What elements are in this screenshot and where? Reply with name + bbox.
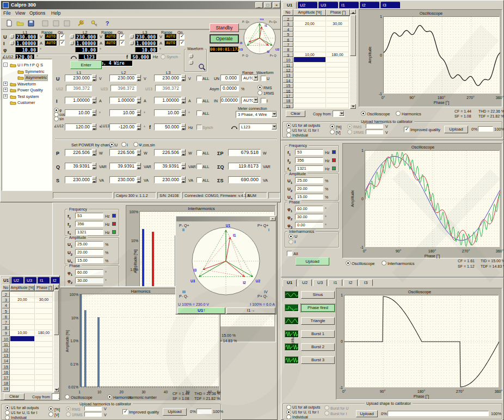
rms-mode-radio[interactable]	[66, 406, 71, 411]
cell-amplitude[interactable]	[294, 27, 326, 32]
cell-amplitude[interactable]	[10, 347, 35, 353]
form-phi-field-l1[interactable]: 10.00	[65, 109, 92, 116]
cell-amplitude[interactable]	[10, 319, 35, 325]
cell-amplitude[interactable]	[294, 72, 326, 77]
target-radio[interactable]	[288, 239, 293, 244]
shape-tab-u2[interactable]: U2	[298, 279, 312, 286]
quick-u-value[interactable]: 230.000	[135, 34, 158, 40]
dropdown-arrow[interactable]	[339, 111, 344, 116]
oscilloscope-radio-label[interactable]: Oscilloscope	[352, 261, 375, 267]
in-field[interactable]: 0.00000	[220, 97, 239, 103]
cell-amplitude[interactable]: 20,00	[10, 297, 35, 302]
spin-down-button[interactable]	[137, 152, 141, 156]
power-option-radio[interactable]	[109, 142, 114, 147]
upload-button[interactable]: Upload	[296, 257, 329, 265]
voltage-field[interactable]	[84, 412, 102, 417]
form-q-field-l3[interactable]: 39.9391	[154, 163, 181, 170]
cell-amplitude[interactable]	[10, 325, 35, 330]
cell-phase[interactable]: 30,00	[327, 21, 349, 26]
row-number[interactable]: 6	[283, 37, 293, 42]
freq-value-field[interactable]: 1321	[75, 229, 103, 235]
amp-value-field[interactable]: 25.00	[295, 177, 323, 183]
dropdown-arrow[interactable]	[272, 124, 276, 129]
form-p-field-l3[interactable]: 226.506	[154, 149, 181, 156]
cell-phase[interactable]	[327, 98, 349, 103]
scroll-down-button[interactable]	[350, 104, 356, 109]
spin-down-button[interactable]	[92, 166, 96, 169]
harmonics-radio-label[interactable]: Harmonics	[113, 395, 131, 400]
row-number[interactable]: 2	[283, 16, 293, 21]
cell-amplitude[interactable]: 10,00	[10, 330, 35, 336]
freq-value-field[interactable]: 53	[295, 149, 323, 155]
spin-down-button[interactable]	[92, 78, 96, 81]
all-checkbox[interactable]	[196, 76, 202, 81]
sum-q-field[interactable]: 119.8173	[228, 163, 261, 170]
row-number[interactable]: 2	[2, 292, 10, 297]
knob-icon[interactable]	[70, 41, 74, 45]
cell-phase[interactable]	[35, 369, 53, 375]
quick-phi-value[interactable]: 10.00	[135, 47, 158, 53]
cell-amplitude[interactable]	[10, 336, 35, 342]
shape-button-burst-1[interactable]: Burst 1	[301, 330, 335, 338]
knob-icon[interactable]	[10, 41, 14, 45]
amp-value-field[interactable]: 20.00	[295, 186, 323, 192]
show-i1-button[interactable]: I1→	[226, 307, 275, 314]
menu-item-file[interactable]: File	[3, 10, 11, 16]
harm-top-tab-i2[interactable]: I2	[360, 2, 379, 8]
harm-top-tab-u3[interactable]: U3	[318, 2, 338, 8]
output-mode-radio[interactable]	[286, 133, 291, 138]
shape-button-burst-3[interactable]: Burst 3	[301, 356, 335, 364]
quick-i-value[interactable]: 1.00000	[75, 40, 98, 46]
cell-phase[interactable]	[35, 342, 53, 347]
table-scrollbar[interactable]	[350, 9, 357, 109]
spinner[interactable]	[137, 97, 142, 104]
freq-value-field[interactable]: 356	[75, 221, 103, 227]
spin-down-button[interactable]	[92, 127, 96, 130]
quick-u-value[interactable]: 230.000	[75, 34, 98, 40]
tree-item-customer[interactable]: Customer	[2, 100, 52, 106]
oscilloscope-radio[interactable]	[346, 261, 351, 265]
rms-mode-radio[interactable]	[347, 129, 352, 134]
spin-down-button[interactable]	[181, 78, 186, 81]
scroll-thumb[interactable]	[350, 15, 356, 56]
row-number[interactable]: 9	[283, 52, 293, 57]
spinner[interactable]	[92, 75, 97, 82]
harm-left-tab-u2[interactable]: U2	[11, 277, 23, 283]
popup-title-bar[interactable]: ×	[176, 217, 276, 221]
row-number[interactable]: 15	[283, 83, 293, 88]
amp-value-field[interactable]: 25.00	[75, 241, 103, 247]
cell-amplitude[interactable]	[10, 364, 35, 369]
row-number[interactable]: 4	[283, 27, 293, 32]
cell-phase[interactable]	[327, 27, 349, 32]
cell-phase[interactable]	[327, 47, 349, 52]
row-number[interactable]: 16	[283, 88, 293, 93]
spinner[interactable]	[137, 109, 142, 116]
form-s-field-l3[interactable]: 230.000	[154, 176, 181, 183]
quick-u-value[interactable]: 230.000	[15, 34, 38, 40]
spinner[interactable]	[137, 163, 142, 170]
row-number[interactable]: 12	[283, 67, 293, 72]
row-number[interactable]: 19	[2, 386, 10, 391]
tree-item-test-system[interactable]: +Test system	[2, 94, 52, 100]
row-number[interactable]: 15	[2, 364, 10, 369]
show-u1-button[interactable]: U1↑	[177, 307, 225, 314]
maximize-button[interactable]: □	[264, 2, 272, 8]
harm-left-tab-i1[interactable]: I1	[38, 277, 50, 283]
cell-phase[interactable]	[327, 37, 349, 42]
knob-icon[interactable]	[130, 34, 134, 39]
cell-amplitude[interactable]	[10, 342, 35, 347]
cell-amplitude[interactable]	[294, 57, 326, 62]
form-s-field-l1[interactable]: 230.000	[65, 176, 92, 183]
open-folder-icon[interactable]	[15, 18, 25, 28]
form-i-field-l2[interactable]: 1.00000	[109, 97, 137, 104]
meter-connection-dropdown[interactable]: 3 Phase, 4 Wire	[236, 111, 277, 118]
rms-radio[interactable]	[257, 85, 262, 90]
phase-value-field[interactable]: 60.00	[295, 206, 323, 212]
row-number[interactable]: 5	[283, 32, 293, 36]
spin-down-button[interactable]	[181, 127, 186, 130]
harm-left-tab-u3[interactable]: U3	[24, 277, 36, 283]
freq-value-field[interactable]: 53	[75, 213, 103, 219]
row-number[interactable]: 7	[2, 319, 10, 325]
dropdown-arrow[interactable]	[253, 75, 258, 81]
form-p-field-l1[interactable]: 226.506	[65, 149, 92, 156]
